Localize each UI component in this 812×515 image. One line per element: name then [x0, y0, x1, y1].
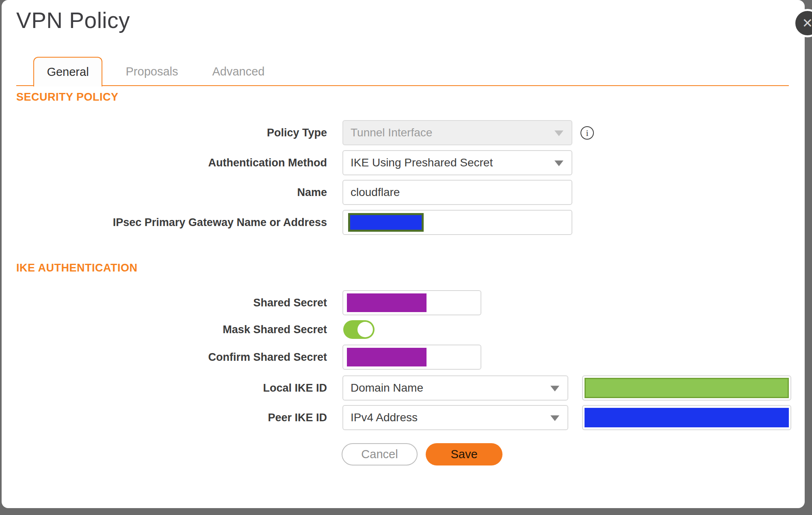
- local-ike-id-type-select[interactable]: Domain Name: [342, 375, 568, 401]
- shared-secret-label: Shared Secret: [2, 290, 327, 315]
- info-icon[interactable]: i: [580, 126, 594, 140]
- peer-ike-id-redaction-block: [585, 408, 789, 427]
- toggle-knob: [357, 322, 373, 337]
- security-policy-heading: SECURITY POLICY: [16, 91, 119, 103]
- tab-advanced-label: Advanced: [212, 65, 265, 78]
- ike-authentication-heading: IKE AUTHENTICATION: [16, 262, 138, 274]
- mask-shared-secret-toggle[interactable]: [343, 320, 375, 339]
- policy-type-label: Policy Type: [2, 120, 327, 145]
- name-row: Name: [2, 180, 805, 205]
- auth-method-select[interactable]: IKE Using Preshared Secret: [342, 150, 572, 175]
- chevron-down-icon: [550, 415, 559, 421]
- page-title: VPN Policy: [16, 7, 130, 33]
- confirm-shared-secret-redaction-block: [347, 348, 427, 366]
- peer-ike-id-value-input[interactable]: [582, 405, 791, 430]
- confirm-shared-secret-label: Confirm Shared Secret: [2, 345, 327, 370]
- shared-secret-redaction-block: [347, 293, 427, 312]
- tab-proposals[interactable]: Proposals: [121, 57, 182, 86]
- shared-secret-input[interactable]: [342, 290, 481, 315]
- shared-secret-row: Shared Secret: [2, 290, 805, 315]
- gateway-redaction-block: [348, 213, 424, 232]
- vpn-policy-dialog: VPN Policy General Proposals Advanced SE…: [2, 0, 805, 508]
- cancel-button[interactable]: Cancel: [342, 443, 418, 465]
- chevron-down-icon: [550, 386, 559, 391]
- mask-shared-secret-row: Mask Shared Secret: [2, 320, 805, 339]
- gateway-input[interactable]: [342, 210, 572, 235]
- close-button[interactable]: ✕: [793, 9, 812, 37]
- peer-ike-id-type-value: IPv4 Address: [351, 411, 418, 424]
- mask-shared-secret-label: Mask Shared Secret: [2, 320, 327, 339]
- gateway-row: IPsec Primary Gateway Name or Address: [2, 210, 805, 235]
- chevron-down-icon: [554, 160, 563, 166]
- confirm-shared-secret-row: Confirm Shared Secret: [2, 345, 805, 370]
- save-button[interactable]: Save: [426, 443, 502, 465]
- local-ike-id-row: Local IKE ID Domain Name: [2, 375, 805, 401]
- gateway-label: IPsec Primary Gateway Name or Address: [2, 210, 327, 235]
- tab-general-label: General: [47, 65, 89, 79]
- policy-type-row: Policy Type Tunnel Interface i: [2, 120, 805, 145]
- local-ike-id-label: Local IKE ID: [2, 375, 327, 401]
- peer-ike-id-type-select[interactable]: IPv4 Address: [342, 405, 568, 430]
- name-label: Name: [2, 180, 327, 205]
- name-input[interactable]: [342, 180, 572, 205]
- policy-type-select: Tunnel Interface: [342, 120, 572, 145]
- info-icon-glyph: i: [586, 128, 588, 138]
- tab-proposals-label: Proposals: [126, 65, 178, 78]
- peer-ike-id-label: Peer IKE ID: [2, 405, 327, 430]
- chevron-down-icon: [554, 130, 563, 136]
- local-ike-id-redaction-block: [585, 378, 789, 398]
- cancel-button-label: Cancel: [361, 448, 398, 461]
- tab-advanced[interactable]: Advanced: [208, 57, 269, 86]
- auth-method-label: Authentication Method: [2, 150, 327, 175]
- tab-general[interactable]: General: [33, 57, 102, 86]
- confirm-shared-secret-input[interactable]: [342, 345, 481, 370]
- local-ike-id-value-input[interactable]: [582, 375, 791, 401]
- peer-ike-id-row: Peer IKE ID IPv4 Address: [2, 405, 805, 430]
- close-icon: ✕: [802, 15, 812, 31]
- auth-method-row: Authentication Method IKE Using Preshare…: [2, 150, 805, 175]
- policy-type-value: Tunnel Interface: [351, 126, 432, 139]
- auth-method-value: IKE Using Preshared Secret: [351, 156, 493, 169]
- save-button-label: Save: [450, 448, 477, 461]
- local-ike-id-type-value: Domain Name: [351, 381, 423, 394]
